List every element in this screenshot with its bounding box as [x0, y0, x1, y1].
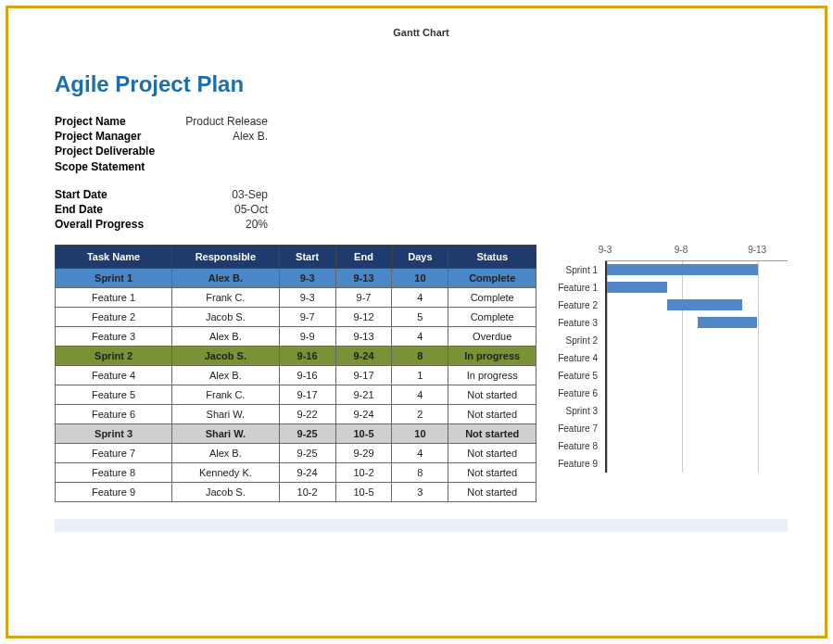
gantt-row-label: Feature 2: [555, 300, 603, 310]
axis-tick: 9-13: [748, 245, 766, 255]
gantt-row: Sprint 1: [607, 261, 788, 279]
table-cell: 9-24: [279, 463, 335, 483]
gantt-x-axis: 9-39-89-13: [605, 245, 788, 261]
meta-value: [175, 144, 268, 158]
gantt-track: [607, 402, 788, 420]
table-cell: Sprint 2: [56, 347, 172, 366]
gantt-row-label: Sprint 1: [555, 265, 603, 275]
gantt-row: Sprint 3: [607, 402, 788, 420]
column-header: Status: [448, 246, 536, 269]
gantt-row-label: Feature 1: [555, 283, 603, 293]
table-cell: 4: [392, 288, 448, 308]
gantt-track: [607, 297, 788, 314]
table-cell: 10-2: [279, 483, 335, 502]
table-cell: 10-2: [335, 463, 392, 483]
gantt-bar: [698, 317, 758, 328]
meta-value: 05-Oct: [175, 202, 268, 217]
table-cell: 8: [392, 347, 448, 366]
table-cell: Not started: [448, 444, 536, 463]
table-cell: Feature 3: [56, 327, 172, 347]
table-row: Feature 6Shari W.9-229-242Not started: [56, 405, 536, 424]
table-cell: 9-7: [335, 288, 392, 308]
gantt-row: Feature 8: [607, 437, 788, 455]
table-cell: 9-3: [279, 269, 335, 288]
table-cell: Complete: [448, 308, 536, 327]
table-cell: 9-17: [335, 366, 392, 385]
meta-label: End Date: [55, 202, 175, 217]
column-header: Task Name: [56, 246, 172, 269]
task-table: Task NameResponsibleStartEndDaysStatus S…: [55, 245, 536, 502]
meta-value: [175, 159, 268, 174]
table-cell: 9-24: [335, 347, 392, 366]
gantt-row-label: Feature 3: [555, 318, 603, 328]
table-cell: 5: [392, 308, 448, 327]
table-header-row: Task NameResponsibleStartEndDaysStatus: [56, 246, 536, 269]
table-cell: In progress: [448, 347, 536, 366]
table-row: Feature 3Alex B.9-99-134Overdue: [56, 327, 536, 347]
table-cell: Feature 4: [56, 366, 172, 385]
gantt-row-label: Sprint 3: [555, 406, 603, 416]
table-cell: Kennedy K.: [172, 463, 280, 483]
axis-tick: 9-3: [599, 245, 612, 255]
table-row: Feature 1Frank C.9-39-74Complete: [56, 288, 536, 308]
table-cell: 9-13: [335, 327, 392, 347]
meta-label: Start Date: [55, 187, 175, 202]
table-cell: 9-25: [279, 444, 335, 463]
table-body: Sprint 1Alex B.9-39-1310CompleteFeature …: [56, 269, 536, 502]
gantt-track: [607, 279, 788, 297]
table-cell: Not started: [448, 405, 536, 424]
table-row: Feature 4Alex B.9-169-171In progress: [56, 366, 536, 385]
table-row: Feature 8Kennedy K.9-2410-28Not started: [56, 463, 536, 483]
table-cell: 4: [392, 444, 448, 463]
table-cell: 9-9: [279, 327, 335, 347]
main-heading: Agile Project Plan: [55, 71, 788, 97]
gantt-row-label: Sprint 2: [555, 335, 603, 346]
gantt-track: [607, 332, 788, 349]
gantt-row: Feature 1: [607, 279, 788, 297]
gantt-row-label: Feature 9: [555, 459, 603, 469]
table-cell: Not started: [448, 463, 536, 483]
table-cell: Sprint 1: [56, 269, 172, 288]
table-cell: Jacob S.: [172, 483, 280, 502]
gantt-row: Feature 9: [607, 455, 788, 473]
table-row: Sprint 3Shari W.9-2510-510Not started: [56, 424, 536, 444]
table-row: Feature 2Jacob S.9-79-125Complete: [56, 308, 536, 327]
gantt-track: [607, 437, 788, 455]
table-cell: 10: [392, 269, 448, 288]
table-cell: 9-17: [279, 385, 335, 405]
gantt-bar: [667, 299, 742, 310]
gantt-bar: [607, 264, 758, 275]
table-cell: Complete: [448, 269, 536, 288]
table-row: Feature 5Frank C.9-179-214Not started: [56, 385, 536, 405]
table-cell: Feature 2: [56, 308, 172, 327]
project-info-block: Project NameProduct ReleaseProject Manag…: [55, 114, 788, 174]
meta-label: Project Manager: [55, 129, 175, 144]
gantt-row-label: Feature 6: [555, 388, 603, 398]
page-frame: Gantt Chart Agile Project Plan Project N…: [6, 6, 827, 638]
meta-row: Overall Progress20%: [55, 217, 788, 232]
table-cell: 9-22: [279, 405, 335, 424]
table-cell: Feature 5: [56, 385, 172, 405]
gantt-row: Feature 5: [607, 367, 788, 385]
document-title: Gantt Chart: [55, 27, 788, 38]
table-cell: 9-13: [335, 269, 392, 288]
table-cell: Feature 8: [56, 463, 172, 483]
table-cell: 9-3: [279, 288, 335, 308]
project-dates-block: Start Date03-SepEnd Date05-OctOverall Pr…: [55, 187, 788, 233]
table-cell: 10-5: [335, 483, 392, 502]
meta-row: Project ManagerAlex B.: [55, 129, 788, 144]
meta-row: End Date05-Oct: [55, 202, 788, 217]
gantt-body: Sprint 1Feature 1Feature 2Feature 3Sprin…: [605, 261, 788, 473]
meta-label: Overall Progress: [55, 217, 175, 232]
table-cell: Alex B.: [172, 444, 280, 463]
gantt-track: [607, 420, 788, 437]
table-cell: Not started: [448, 385, 536, 405]
gantt-row: Feature 7: [607, 420, 788, 437]
table-cell: 9-21: [335, 385, 392, 405]
table-cell: 10: [392, 424, 448, 444]
gantt-track: [607, 385, 788, 402]
table-cell: 1: [392, 366, 448, 385]
gantt-track: [607, 367, 788, 385]
meta-value: Product Release: [175, 114, 268, 129]
table-cell: 4: [392, 327, 448, 347]
